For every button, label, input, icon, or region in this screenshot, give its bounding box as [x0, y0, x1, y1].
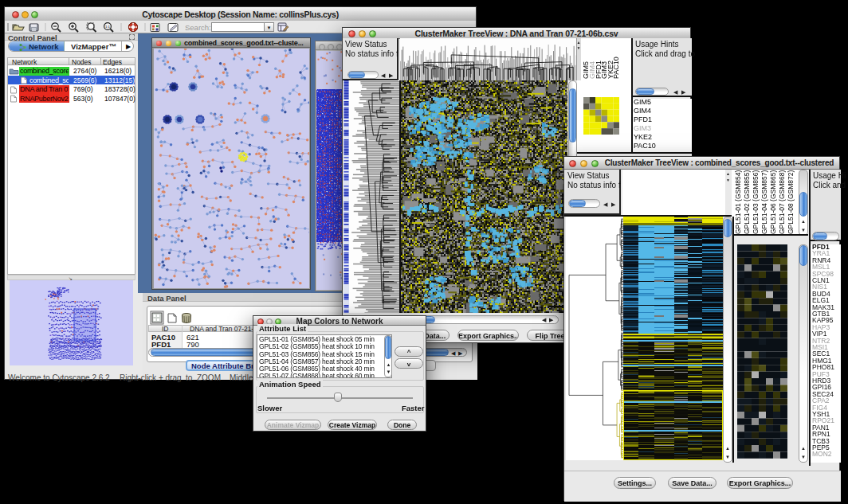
svg-text:1:1: 1:1: [105, 25, 111, 29]
